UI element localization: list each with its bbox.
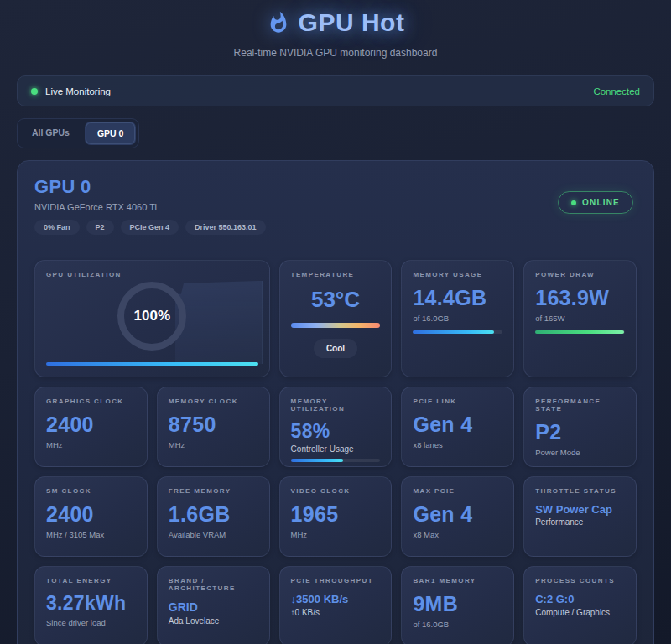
memory-clock-value: 8750: [169, 413, 258, 437]
memory-clock-sub: MHz: [169, 440, 258, 449]
memory-utilization-bar-track: [291, 459, 381, 462]
header-divider: [18, 247, 653, 247]
metric-label: PERFORMANCE STATE: [535, 397, 625, 413]
metric-label: PCIE LINK: [413, 397, 502, 405]
metric-label: MEMORY USAGE: [413, 271, 502, 278]
metric-label: PCIE THROUGHPUT: [291, 577, 381, 584]
page-subtitle: Real-time NVIDIA GPU monitoring dashboar…: [0, 47, 671, 59]
throttle-status-sub: Performance: [535, 517, 625, 527]
metric-card-video-clock: VIDEO CLOCK 1965 MHz: [279, 476, 393, 557]
utilization-value: 100%: [134, 308, 170, 325]
power-draw-value: 163.9W: [535, 286, 625, 310]
total-energy-value: 3.27kWh: [46, 592, 136, 615]
metric-label: BRAND / ARCHITECTURE: [169, 577, 258, 592]
process-counts-value: C:2 G:0: [535, 593, 625, 605]
metric-card-memory-usage: MEMORY USAGE 14.4GB of 16.0GB: [401, 260, 514, 377]
metric-label: TEMPERATURE: [291, 271, 381, 278]
utilization-bar: [46, 362, 258, 366]
performance-state-sub: Power Mode: [535, 448, 625, 457]
online-status-dot: [571, 200, 576, 205]
metric-label: THROTTLE STATUS: [535, 487, 625, 495]
metric-card-bar1-memory: BAR1 MEMORY 9MB of 16.0GB: [401, 566, 514, 644]
total-energy-sub: Since driver load: [46, 618, 136, 627]
gpu-title: GPU 0: [34, 176, 637, 198]
gpu-name: NVIDIA GeForce RTX 4060 Ti: [34, 202, 637, 212]
metric-card-gpu-utilization: GPU UTILIZATION 100%: [34, 260, 270, 377]
tab-gpu-0[interactable]: GPU 0: [85, 122, 137, 145]
metric-label: GPU UTILIZATION: [46, 271, 258, 278]
metric-card-free-memory: FREE MEMORY 1.6GB Available VRAM: [157, 476, 270, 557]
power-draw-bar-fill: [535, 330, 624, 334]
utilization-donut-gauge: 100%: [117, 282, 186, 351]
video-clock-sub: MHz: [291, 530, 381, 539]
metrics-grid: GPU UTILIZATION 100% TEMPERATURE 53°C Co…: [34, 260, 637, 644]
online-status-label: ONLINE: [582, 198, 620, 207]
gpu-0-card: GPU 0 NVIDIA GeForce RTX 4060 Ti 0% Fan …: [17, 160, 654, 644]
metric-label: PROCESS COUNTS: [535, 577, 625, 584]
pcie-tx-value: ↑0 KB/s: [291, 608, 381, 617]
pstate-badge: P2: [86, 220, 114, 235]
free-memory-value: 1.6GB: [169, 502, 258, 527]
pcie-badge: PCIe Gen 4: [121, 220, 179, 235]
power-draw-sub: of 165W: [535, 314, 625, 323]
free-memory-sub: Available VRAM: [169, 530, 258, 539]
metric-card-total-energy: TOTAL ENERGY 3.27kWh Since driver load: [34, 566, 148, 644]
memory-utilization-value: 58%: [291, 420, 381, 443]
metric-label: MAX PCIE: [413, 487, 502, 495]
max-pcie-sub: x8 Max: [413, 530, 502, 539]
architecture-sub: Ada Lovelace: [169, 616, 258, 626]
metric-label: GRAPHICS CLOCK: [46, 397, 136, 405]
metric-card-performance-state: PERFORMANCE STATE P2 Power Mode: [523, 387, 637, 467]
temperature-gradient-scale: [291, 323, 381, 328]
metric-card-brand-architecture: BRAND / ARCHITECTURE GRID Ada Lovelace: [157, 566, 270, 644]
utilization-sparkline-area: [175, 281, 263, 364]
bar1-memory-sub: of 16.0GB: [413, 620, 502, 629]
sm-clock-value: 2400: [46, 502, 136, 527]
sm-clock-sub: MHz / 3105 Max: [46, 530, 136, 539]
metric-card-throttle-status: THROTTLE STATUS SW Power Cap Performance: [523, 476, 637, 557]
driver-badge: Driver 550.163.01: [185, 220, 266, 235]
graphics-clock-value: 2400: [46, 413, 136, 437]
memory-utilization-bar-fill: [291, 459, 343, 462]
gpu-badges: 0% Fan P2 PCIe Gen 4 Driver 550.163.01: [34, 220, 637, 235]
memory-usage-sub: of 16.0GB: [413, 314, 502, 323]
metric-label: TOTAL ENERGY: [46, 577, 136, 584]
metric-card-memory-utilization: MEMORY UTILIZATION 58% Controller Usage: [279, 387, 393, 467]
live-monitoring-bar: Live Monitoring Connected: [17, 75, 654, 106]
pcie-rx-value: ↓3500 KB/s: [291, 593, 381, 605]
metric-label: SM CLOCK: [46, 487, 136, 495]
process-counts-sub: Compute / Graphics: [535, 608, 625, 617]
metric-card-pcie-throughput: PCIE THROUGHPUT ↓3500 KB/s ↑0 KB/s: [279, 566, 393, 644]
max-pcie-value: Gen 4: [413, 502, 502, 527]
memory-usage-value: 14.4GB: [413, 286, 502, 310]
page-title: GPU Hot: [299, 8, 405, 37]
metric-label: FREE MEMORY: [169, 487, 258, 495]
gpu-tabs: All GPUs GPU 0: [17, 118, 139, 148]
temperature-status-badge: Cool: [314, 339, 357, 358]
connection-status: Connected: [593, 86, 640, 96]
metric-label: MEMORY UTILIZATION: [291, 397, 381, 413]
memory-utilization-sub: Controller Usage: [291, 444, 381, 454]
online-status-badge: ONLINE: [558, 191, 633, 214]
graphics-clock-sub: MHz: [46, 440, 136, 449]
tab-all-gpus[interactable]: All GPUs: [20, 122, 81, 145]
temperature-value: 53°C: [291, 287, 381, 313]
metric-card-pcie-link: PCIE LINK Gen 4 x8 lanes: [401, 387, 514, 467]
live-monitoring-label: Live Monitoring: [45, 86, 111, 96]
metric-card-graphics-clock: GRAPHICS CLOCK 2400 MHz: [34, 387, 148, 467]
app-header: GPU Hot Real-time NVIDIA GPU monitoring …: [0, 0, 671, 59]
video-clock-value: 1965: [291, 502, 381, 527]
pcie-link-sub: x8 lanes: [413, 440, 502, 449]
performance-state-value: P2: [535, 420, 625, 444]
metric-label: VIDEO CLOCK: [291, 487, 381, 495]
power-draw-bar-track: [535, 330, 625, 334]
metric-card-max-pcie: MAX PCIE Gen 4 x8 Max: [401, 476, 514, 557]
metric-card-sm-clock: SM CLOCK 2400 MHz / 3105 Max: [34, 476, 148, 557]
metric-label: MEMORY CLOCK: [169, 397, 258, 405]
metric-label: POWER DRAW: [535, 271, 625, 278]
flame-icon: [267, 11, 290, 34]
bar1-memory-value: 9MB: [413, 592, 502, 616]
metric-label: BAR1 MEMORY: [413, 577, 502, 584]
metric-card-memory-clock: MEMORY CLOCK 8750 MHz: [157, 387, 270, 467]
throttle-status-value: SW Power Cap: [535, 503, 625, 516]
